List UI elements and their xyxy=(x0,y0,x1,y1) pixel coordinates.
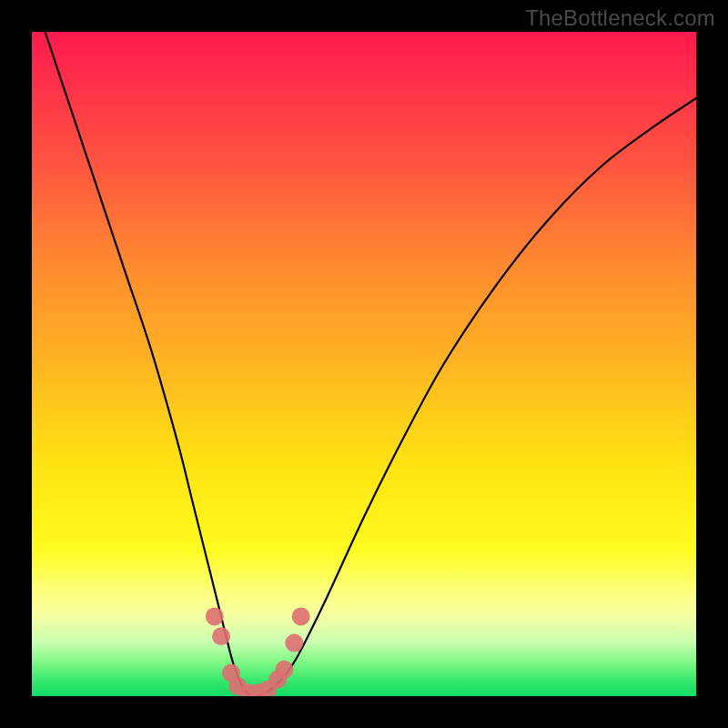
highlight-dot xyxy=(292,607,310,625)
curve-path xyxy=(46,32,696,696)
highlight-dot xyxy=(285,634,303,652)
highlight-dot xyxy=(275,661,293,679)
watermark-text: TheBottleneck.com xyxy=(525,5,715,31)
plot-area xyxy=(32,32,696,696)
bottleneck-curve xyxy=(46,32,696,696)
highlight-dot xyxy=(206,607,224,625)
highlight-dots xyxy=(206,607,310,696)
highlight-dot xyxy=(212,627,230,645)
curve-layer xyxy=(32,32,696,696)
chart-frame: TheBottleneck.com xyxy=(0,0,728,728)
